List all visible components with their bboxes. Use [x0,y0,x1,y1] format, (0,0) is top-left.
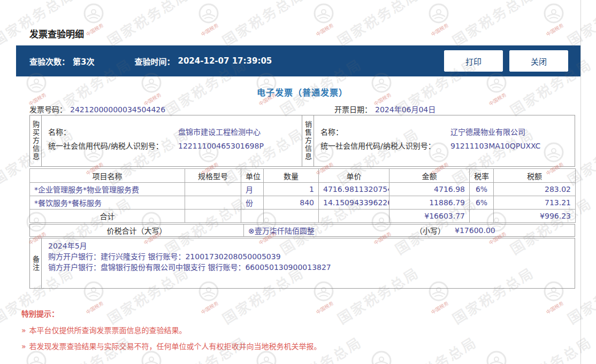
watermark-tile: 国家税务总局中国税务 [486,329,596,364]
watermark-tile: 国家税务总局中国税务 [0,0,86,51]
watermark-text: 国家税务总局 [218,0,307,50]
tax-emblem-icon [371,350,392,364]
item-spec [185,196,241,210]
item-amount: 11886.79 [389,196,470,210]
notice-item: »本平台仅提供所查询发票票面信息的查验结果。 [21,326,322,335]
watermark-tile: 国家税务总局中国税务 [83,0,201,51]
invoice-date-value: 2024年06月04日 [375,105,435,114]
page-title: 发票查验明细 [29,27,84,40]
remark-side-label: 备注 [30,238,42,288]
watermark-red-text: 中国税务 [200,21,219,37]
watermark-red-text: 中国税务 [85,21,104,37]
remark-line: 2024年5月 [48,241,575,251]
seller-taxid-line: 统一社会信用代码/纳税人识别号： 91211103MA10QPUXXC [320,139,575,153]
watermark-text: 国家税务总局 [0,0,78,50]
tax-emblem-icon [486,350,507,364]
item-row: *企业管理服务*物业管理服务费 月 1 4716.98113207547 471… [30,183,576,196]
invoice-type-title: 电子发票（普通发票） [29,86,575,98]
col-header-amount: 金额 [389,169,470,183]
item-tax-rate: 6% [470,183,494,196]
seller-name-line: 名称： 辽宁德晟物业有限公司 [320,125,575,139]
item-tax: 283.02 [494,183,576,196]
grand-total-label: 价税合计（大写） [30,224,244,236]
item-unit: 月 [241,183,264,196]
total-amount: ¥16603.77 [389,210,470,223]
watermark-text: 国家税务总局 [563,0,596,50]
close-button[interactable]: 关闭 [509,50,568,72]
watermark-text: 国家税务总局 [333,0,422,50]
watermark-text: 国家税务总局 [391,331,480,364]
party-info-box: 购买方信息 名称： 盘锦市建设工程检测中心 统一社会信用代码/纳税人识别号： 1… [29,115,575,167]
watermark-red-text: 中国税务 [315,21,334,37]
col-header-tax-rate: 税率 [470,169,494,183]
remark-line: 销方开户银行：盘锦银行股份有限公司中银支行 银行账号：6600501309000… [48,262,575,273]
item-name: *企业管理服务*物业管理服务费 [30,183,185,196]
notice-bullet: » [21,342,26,351]
tax-emblem-icon [83,3,104,24]
item-price: 14.1509433962264 [319,196,389,210]
item-row: *餐饮服务*餐标服务 份 840 14.1509433962264 11886.… [30,196,576,210]
watermark-red-text: 中国税务 [430,299,449,315]
item-tax: 713.21 [494,196,576,210]
verification-toolbar: 查验次数： 第3次 查验时间： 2024-12-07 17:39:05 打印 关… [16,45,580,76]
check-time-label: 查验时间： [134,56,174,67]
seller-taxid-value: 91211103MA10QPUXXC [450,139,540,153]
watermark-red-text: 中国税务 [545,21,564,37]
tax-emblem-icon [428,3,449,24]
watermark-text: 国家税务总局 [506,331,595,364]
item-qty: 840 [264,196,319,210]
items-header-row: 项目名称 规格型号 单位 数量 单价 金额 税率 税额 [30,169,576,183]
special-notice: 特别提示： »本平台仅提供所查询发票票面信息的查验结果。 »若发现发票查验结果与… [21,308,322,358]
seller-taxid-label: 统一社会信用代码/纳税人识别号： [320,139,450,153]
item-tax-rate: 6% [470,196,494,210]
item-amount: 4716.98 [389,183,470,196]
seller-section: 销售方信息 名称： 辽宁德晟物业有限公司 统一社会信用代码/纳税人识别号： 91… [302,115,575,166]
notice-bullet: » [21,326,26,335]
invoice-date: 开票日期：2024年06月04日 [334,104,435,114]
buyer-section: 购买方信息 名称： 盘锦市建设工程检测中心 统一社会信用代码/纳税人识别号： 1… [30,115,302,166]
seller-side-label: 销售方信息 [302,115,314,166]
col-header-price: 单价 [319,169,389,183]
buyer-taxid-value: 12211100465301698P [178,139,264,153]
item-price: 4716.98113207547 [319,183,389,196]
check-count: 查验次数： 第3次 [29,56,94,67]
notice-item: »若发现发票查验结果与实际交易不符，任何单位或个人有权拒收并向当地税务机关举报。 [21,342,322,351]
grand-total-words: ⊗壹万柒仟陆佰圆整 [248,225,315,236]
tax-emblem-icon [543,3,564,24]
invoice-number-label: 发票号码： [29,105,67,114]
col-header-item-name: 项目名称 [30,169,185,183]
col-header-spec: 规格型号 [185,169,241,183]
totals-row: 合计 ¥16603.77 ¥996.23 [30,210,576,223]
col-header-tax: 税额 [494,169,576,183]
check-time: 查验时间： 2024-12-07 17:39:05 [134,56,272,67]
remark-line: 购方开户银行：建行兴隆支行 银行账号：21001730208050005039 [48,251,575,262]
items-table: 项目名称 规格型号 单位 数量 单价 金额 税率 税额 *企业管理服务*物业管理… [29,168,576,223]
invoice-verification-page: 国家税务总局中国税务国家税务总局中国税务国家税务总局中国税务国家税务总局中国税务… [0,0,596,364]
item-qty: 1 [264,183,319,196]
grand-total-row: 价税合计（大写） ⊗壹万柒仟陆佰圆整 （小写） ¥17600.00 [29,224,575,237]
col-header-qty: 数量 [264,169,319,183]
col-header-unit: 单位 [241,169,264,183]
buyer-name-value: 盘锦市建设工程检测中心 [178,125,261,139]
watermark-tile: 国家税务总局中国税务 [543,0,596,51]
tax-emblem-icon [313,3,334,24]
invoice-number-value: 24212000000034504426 [70,105,165,114]
tax-emblem-icon [198,3,219,24]
watermark-text: 国家税务总局 [448,0,537,50]
total-label: 合计 [30,210,185,223]
print-button[interactable]: 打印 [444,50,503,72]
grand-total-figures: ¥17600.00 [455,226,495,235]
watermark-red-text: 中国税务 [545,299,564,315]
check-count-value: 第3次 [73,56,94,67]
watermark-tile: 国家税务总局中国税务 [428,0,546,51]
watermark-tile: 国家税务总局中国税务 [198,0,316,51]
remark-box: 备注 2024年5月 购方开户银行：建行兴隆支行 银行账号：2100173020… [29,238,575,289]
toolbar-buttons: 打印 关闭 [444,50,568,72]
buyer-name-line: 名称： 盘锦市建设工程检测中心 [48,125,302,139]
buyer-side-label: 购买方信息 [30,115,42,166]
check-time-value: 2024-12-07 17:39:05 [178,56,272,66]
remark-content: 2024年5月 购方开户银行：建行兴隆支行 银行账号：2100173020805… [42,238,575,288]
item-spec [185,183,241,196]
watermark-red-text: 中国税务 [430,21,449,37]
watermark-text: 国家税务总局 [103,0,192,50]
